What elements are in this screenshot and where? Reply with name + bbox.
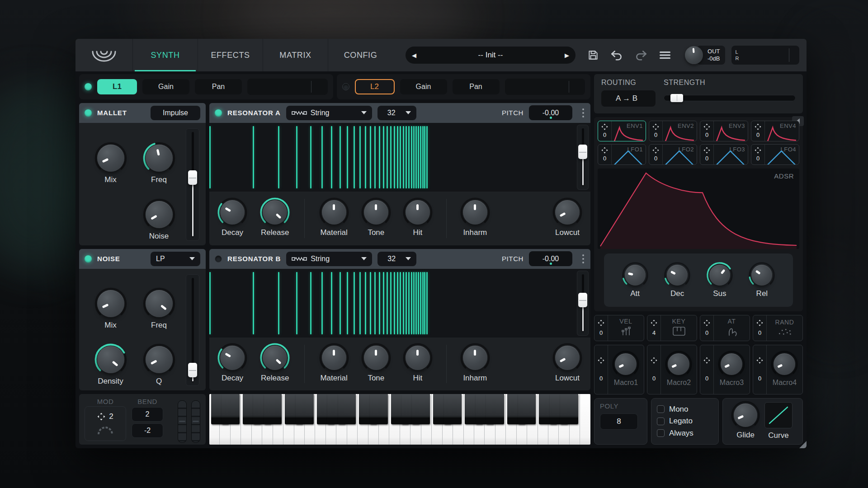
black-key[interactable] [560, 394, 578, 424]
strength-slider[interactable] [664, 95, 796, 101]
mod-slot-lfo3[interactable]: 0 LFO3 [700, 144, 748, 165]
noise-fader[interactable] [186, 274, 199, 386]
macro-macro2[interactable]: 0 Macro2 [647, 345, 697, 394]
black-key[interactable] [370, 394, 388, 424]
tab-matrix[interactable]: MATRIX [263, 39, 328, 71]
white-key[interactable] [580, 394, 590, 445]
noise-filter-dropdown[interactable]: LP [151, 252, 200, 266]
move-icon[interactable] [598, 319, 604, 326]
preset-prev-icon[interactable]: ◀ [412, 52, 424, 59]
move-icon[interactable] [703, 123, 710, 130]
resonator-a-led[interactable] [215, 109, 222, 117]
move-icon[interactable] [755, 123, 761, 130]
knob-mix[interactable]: Mix [96, 128, 125, 185]
knob-att[interactable]: Att [624, 264, 646, 298]
knob-tone[interactable]: Tone [363, 345, 389, 383]
always-option[interactable]: Always [657, 429, 713, 438]
knob-macro3[interactable]: Macro3 [720, 352, 744, 387]
mod-slot-env3[interactable]: 0 ENV3 [700, 121, 748, 141]
tab-effects[interactable]: EFFECTS [198, 39, 263, 71]
move-icon[interactable] [756, 357, 763, 364]
move-icon[interactable] [598, 357, 604, 364]
move-icon[interactable] [703, 319, 710, 326]
mallet-type-dropdown[interactable]: Impulse [151, 106, 200, 120]
knob-glide[interactable]: Glide [733, 403, 758, 440]
mod-slot-env4[interactable]: 0 ENV4 [751, 121, 799, 141]
knob-macro1[interactable]: Macro1 [614, 352, 638, 387]
knob-inharm[interactable]: Inharm [462, 199, 488, 237]
resonator-a-pitch-value[interactable]: -0.00 [529, 105, 572, 120]
move-icon[interactable] [601, 147, 608, 154]
resonator-b-partials-dropdown[interactable]: 32 [377, 252, 416, 266]
move-icon[interactable] [652, 147, 659, 154]
bend-up-value[interactable]: 2 [132, 407, 163, 422]
kebab-menu-icon[interactable] [581, 108, 585, 117]
source-rand[interactable]: 0 RAND [753, 315, 803, 341]
mod-slot-lfo4[interactable]: 0 LFO4 [751, 144, 799, 165]
knob-hit[interactable]: Hit [405, 345, 431, 383]
layer-1-button[interactable]: L1 [97, 79, 137, 94]
always-checkbox[interactable] [657, 429, 665, 437]
move-icon[interactable] [756, 319, 763, 326]
knob-freq[interactable]: Freq [145, 128, 174, 185]
knob-decay[interactable]: Decay [219, 345, 245, 383]
resonator-b-fader[interactable] [577, 271, 589, 336]
knob-material[interactable]: Material [320, 199, 347, 237]
black-key[interactable] [412, 394, 430, 424]
legato-option[interactable]: Legato [657, 417, 713, 426]
mallet-fader[interactable] [186, 128, 199, 241]
mono-checkbox[interactable] [657, 405, 665, 413]
knob-freq[interactable]: Freq [145, 274, 174, 330]
kebab-menu-icon[interactable] [581, 254, 585, 263]
pitch-wheel[interactable] [191, 400, 200, 443]
save-icon[interactable] [587, 49, 599, 61]
redo-icon[interactable] [634, 49, 648, 61]
layer-2-led[interactable] [342, 83, 349, 90]
black-key[interactable] [486, 394, 504, 424]
resonator-b-model-dropdown[interactable]: String [286, 252, 372, 266]
poly-value[interactable]: 8 [600, 413, 638, 430]
layer-2-gain-button[interactable]: Gain [400, 79, 447, 94]
move-icon[interactable] [651, 319, 657, 326]
knob-q[interactable]: Q [145, 330, 174, 386]
knob-material[interactable]: Material [320, 345, 347, 383]
layer-1-gain-button[interactable]: Gain [142, 79, 189, 94]
black-key[interactable] [296, 394, 314, 424]
knob-lowcut[interactable]: Lowcut [554, 199, 580, 237]
knob-noise[interactable]: Noise [145, 184, 174, 241]
resonator-a-partials-dropdown[interactable]: 32 [377, 106, 416, 120]
noise-led[interactable] [85, 255, 92, 263]
move-icon[interactable] [703, 147, 710, 154]
routing-dropdown[interactable]: A → B [601, 90, 656, 107]
resonator-a-model-dropdown[interactable]: String [286, 106, 372, 120]
knob-release[interactable]: Release [261, 199, 289, 237]
macro-macro4[interactable]: 0 Macro4 [753, 345, 803, 394]
layer-1-pan-button[interactable]: Pan [195, 79, 242, 94]
knob-hit[interactable]: Hit [405, 199, 431, 237]
source-key[interactable]: 4 KEY [647, 315, 697, 341]
preset-browser[interactable]: ◀ -- Init -- ▶ [406, 47, 576, 64]
knob-macro4[interactable]: Macro4 [773, 352, 797, 387]
preset-name[interactable]: -- Init -- [424, 51, 557, 60]
knob-rel[interactable]: Rel [750, 264, 773, 298]
mod-slot-env2[interactable]: 0 ENV2 [649, 121, 697, 141]
knob-sus[interactable]: Sus [708, 264, 731, 298]
layer-1-led[interactable] [85, 83, 92, 90]
resonator-b-pitch-value[interactable]: -0.00 [529, 251, 572, 266]
knob-decay[interactable]: Decay [219, 199, 245, 237]
knob-inharm[interactable]: Inharm [462, 345, 488, 383]
tab-synth[interactable]: SYNTH [132, 39, 198, 71]
output-volume-knob[interactable] [685, 46, 703, 64]
layer-2-pan-button[interactable]: Pan [453, 79, 500, 94]
knob-density[interactable]: Density [96, 330, 125, 386]
mallet-led[interactable] [85, 109, 92, 117]
macro-macro1[interactable]: 0 Macro1 [594, 345, 644, 394]
black-key[interactable] [264, 394, 282, 424]
tab-config[interactable]: CONFIG [328, 39, 393, 71]
move-icon[interactable] [652, 123, 659, 130]
knob-macro2[interactable]: Macro2 [667, 352, 691, 387]
move-icon[interactable] [601, 123, 608, 130]
mod-slot-lfo2[interactable]: 0 LFO2 [649, 144, 697, 165]
black-key[interactable] [518, 394, 536, 424]
black-key[interactable] [338, 394, 356, 424]
